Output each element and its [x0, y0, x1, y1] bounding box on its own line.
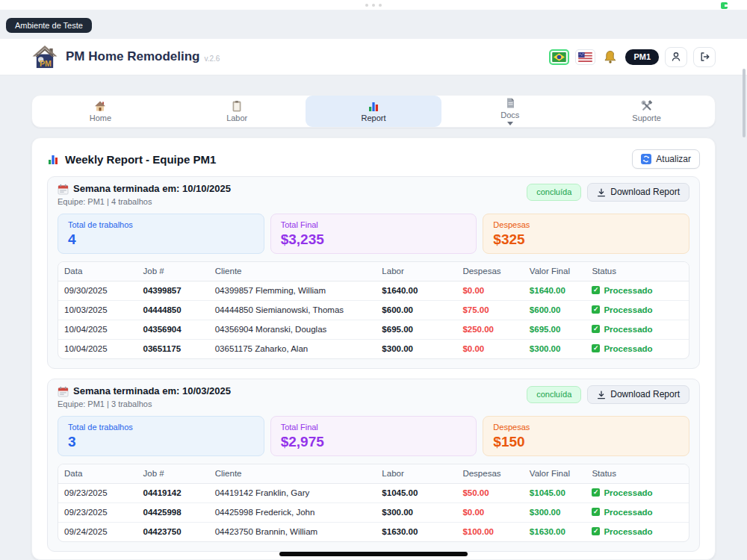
stat-label: Total Final: [281, 423, 467, 432]
logout-button[interactable]: [693, 47, 716, 67]
cell-client: 04425998 Frederick, John: [209, 503, 376, 523]
extension-icon[interactable]: [721, 2, 728, 9]
stat-value: $150: [493, 434, 679, 449]
chevron-down-icon: [507, 122, 513, 125]
tab-labor[interactable]: Labor: [169, 96, 306, 127]
check-icon: [592, 325, 600, 333]
bar-chart-icon: [47, 153, 59, 165]
week-subtitle: Equipe: PM1 | 3 trabalhos: [58, 399, 231, 409]
usa-flag-button[interactable]: [575, 49, 595, 65]
table-row: 10/04/2025 03651175 03651175 Zaharko, Al…: [58, 340, 689, 359]
cell-expenses: $75.00: [456, 301, 523, 320]
home-indicator-bar[interactable]: [279, 552, 468, 556]
cell-status: Processado: [586, 340, 689, 359]
brazil-flag-icon: [552, 52, 566, 62]
stat-label: Total Final: [281, 220, 467, 229]
cell-status: Processado: [586, 503, 689, 523]
status-text: Processado: [604, 325, 652, 334]
column-header: Status: [586, 262, 689, 281]
download-icon: [597, 188, 606, 197]
chrome-bar: [0, 0, 747, 10]
calendar-icon: [58, 184, 69, 195]
check-icon: [592, 488, 600, 497]
column-header: Cliente: [209, 262, 376, 281]
environment-badge: Ambiente de Teste: [6, 18, 92, 33]
cell-expenses: $0.00: [456, 503, 523, 523]
refresh-label: Atualizar: [656, 154, 691, 164]
weeks-host: Semana terminada em: 10/10/2025 Equipe: …: [47, 176, 700, 552]
table-header-row: Data Job # Cliente Labor Despesas Valor …: [58, 262, 689, 281]
column-header: Valor Final: [524, 262, 586, 281]
check-icon: [592, 344, 600, 352]
cell-labor: $695.00: [376, 320, 456, 340]
week-header: Semana terminada em: 10/03/2025 Equipe: …: [58, 385, 689, 409]
check-icon: [592, 508, 600, 516]
cell-job-number: 04425998: [137, 503, 209, 523]
cell-job-number: 04399857: [137, 281, 209, 301]
main-nav: Home Labor Report Do: [31, 95, 716, 128]
stat-total-final: Total Final $2,975: [270, 416, 477, 456]
download-label: Download Report: [610, 390, 680, 399]
stat-value: $325: [493, 231, 679, 247]
week-section: Semana terminada em: 10/03/2025 Equipe: …: [47, 379, 700, 552]
stat-total-jobs: Total de trabalhos 4: [58, 214, 264, 254]
table-row: 09/23/2025 04425998 04425998 Frederick, …: [58, 503, 689, 523]
bell-icon: [603, 50, 618, 64]
scrollbar-thumb[interactable]: [743, 69, 746, 137]
tab-home[interactable]: Home: [32, 96, 169, 127]
cell-status: Processado: [586, 281, 689, 301]
app-logo-house-icon: PM: [31, 45, 58, 69]
week-head-left: Semana terminada em: 10/10/2025 Equipe: …: [58, 183, 231, 207]
status-text: Processado: [604, 488, 652, 497]
page-title-text: Weekly Report - Equipe PM1: [65, 153, 216, 166]
app-title: PM Home Remodeling: [66, 49, 199, 64]
document-icon: [504, 97, 516, 109]
table-row: 09/24/2025 04423750 04423750 Brannin, Wi…: [58, 523, 689, 542]
cell-labor: $1630.00: [376, 523, 456, 542]
table-row: 10/03/2025 04444850 04444850 Siemianowsk…: [58, 301, 689, 320]
download-report-button[interactable]: Download Report: [587, 183, 689, 202]
team-badge[interactable]: PM1: [625, 49, 659, 65]
status-text: Processado: [604, 286, 652, 295]
status-text: Processado: [604, 527, 652, 536]
download-icon: [597, 391, 606, 399]
stat-label: Despesas: [493, 423, 679, 432]
page-title: Weekly Report - Equipe PM1: [47, 153, 216, 166]
check-icon: [592, 527, 600, 535]
cell-client: 04399857 Flemming, William: [209, 281, 376, 301]
cell-date: 09/24/2025: [58, 523, 137, 542]
refresh-button[interactable]: Atualizar: [632, 149, 700, 169]
week-title: Semana terminada em: 10/03/2025: [73, 385, 231, 397]
tab-report[interactable]: Report: [306, 96, 442, 127]
stat-label: Despesas: [493, 220, 679, 229]
cell-final-value: $600.00: [524, 301, 586, 320]
cell-final-value: $300.00: [524, 503, 586, 523]
cell-labor: $300.00: [376, 503, 456, 523]
stat-expenses: Despesas $150: [483, 416, 689, 456]
column-header: Status: [586, 464, 689, 484]
tab-docs[interactable]: Docs: [441, 96, 578, 127]
cell-labor: $300.00: [376, 340, 456, 359]
cell-labor: $1045.00: [376, 484, 456, 503]
table-row: 10/04/2025 04356904 04356904 Moranski, D…: [58, 320, 689, 340]
tab-suporte[interactable]: Suporte: [578, 96, 715, 127]
column-header: Labor: [376, 262, 456, 281]
app-header: PM PM Home Remodeling v.2.6: [0, 39, 747, 75]
brazil-flag-button[interactable]: [549, 49, 569, 65]
week-header: Semana terminada em: 10/10/2025 Equipe: …: [58, 183, 689, 207]
download-report-button[interactable]: Download Report: [587, 385, 689, 404]
table-header-row: Data Job # Cliente Labor Despesas Valor …: [58, 464, 689, 484]
cell-client: 04444850 Siemianowski, Thomas: [209, 301, 376, 320]
calendar-icon: [58, 386, 69, 397]
cell-client: 04419142 Franklin, Gary: [209, 484, 376, 503]
cell-job-number: 04419142: [137, 484, 209, 503]
cell-date: 09/23/2025: [58, 503, 137, 523]
notifications-bell-button[interactable]: [601, 50, 619, 64]
tab-label: Suporte: [632, 113, 661, 122]
column-header: Job #: [137, 262, 209, 281]
status-badge: concluída: [527, 184, 581, 201]
cell-client: 03651175 Zaharko, Alan: [209, 340, 376, 359]
profile-button[interactable]: [665, 47, 687, 67]
cell-final-value: $1630.00: [524, 523, 586, 542]
cell-expenses: $50.00: [456, 484, 523, 503]
